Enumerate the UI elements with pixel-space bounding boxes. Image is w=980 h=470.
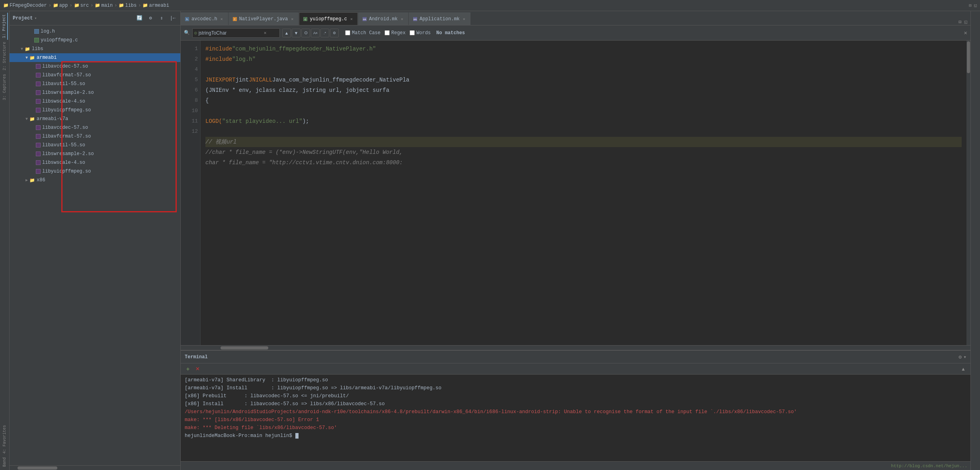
search-find-btn[interactable]: ⊙ [301, 29, 310, 37]
search-word-btn[interactable]: ⚙ [330, 29, 339, 37]
tree-item-libavutil1[interactable]: libavutil-55.so [10, 80, 180, 88]
folder-icon-libs: 📁 [25, 47, 30, 52]
tree-label-logh: log.h [41, 29, 55, 34]
settings-btn[interactable]: ⚙ [146, 14, 155, 23]
tab-avcodec[interactable]: h avcodec.h ✕ [181, 12, 228, 25]
tab-captures[interactable]: 3: Captures [2, 72, 8, 102]
tab-close-androidmk[interactable]: ✕ [400, 16, 404, 22]
tab-close-nativeplayer[interactable]: ✕ [290, 16, 294, 22]
tab-close-applicationmk[interactable]: ✕ [462, 16, 466, 22]
regex-option[interactable]: Regex [385, 30, 406, 36]
tab-close-avcodec[interactable]: ✕ [220, 16, 224, 22]
tree-label-armeabi-v7a: armeabi-v7a [37, 116, 68, 122]
search-close-btn[interactable]: ✕ [964, 29, 967, 36]
match-case-option[interactable]: Match Case [345, 30, 381, 36]
code-line-10: // 视频url [205, 137, 962, 147]
tree-item-armeabi-v7a[interactable]: ▼ 📁 armeabi-v7a [10, 115, 180, 123]
search-prefix-icon: ◎ [194, 30, 197, 35]
breadcrumb-src[interactable]: src [80, 3, 89, 8]
regex-checkbox[interactable] [385, 30, 390, 35]
so-icon-1 [36, 64, 41, 69]
tab-label-androidmk: Android.mk [369, 16, 398, 22]
breadcrumb-armeabi[interactable]: armeabi [149, 3, 169, 8]
terminal-title: Terminal [185, 354, 955, 360]
tab-favorites[interactable]: 4: Favorites [2, 423, 8, 455]
code-line-6: { [205, 95, 962, 106]
words-checkbox[interactable] [410, 30, 415, 35]
search-options-btn[interactable]: Aa [311, 29, 320, 37]
code-content[interactable]: #include "com_hejunlin_ffmpegdecoder_Nat… [201, 41, 966, 345]
tab-project[interactable]: 1: Project [1, 13, 8, 40]
tab-androidmk[interactable]: mk Android.mk ✕ [358, 12, 408, 25]
tab-close-yuiopffmpeg[interactable]: ✕ [349, 16, 353, 22]
terminal-close-btn[interactable]: ✕ [193, 365, 201, 373]
terminal-up-btn[interactable]: ▲ [959, 365, 967, 373]
tree-item-libs[interactable]: ▼ 📁 libs [10, 45, 180, 53]
tree-item-libavcodec1[interactable]: libavcodec-57.so [10, 62, 180, 71]
words-option[interactable]: Words [410, 30, 431, 36]
line-numbers: 1 2 4 5 6 8 10 11 12 [181, 41, 201, 345]
tree-item-libavformat2[interactable]: libavformat-57.so [10, 132, 180, 141]
tab-band[interactable]: Band [2, 456, 8, 468]
search-regex-icon-btn[interactable]: .* [320, 29, 329, 37]
tree-item-libyuiop1[interactable]: libyuiopffmpeg.so [10, 106, 180, 115]
breadcrumb-libs[interactable]: libs [125, 3, 137, 8]
tab-label-applicationmk: Application.mk [420, 16, 460, 22]
tree-item-libavcodec2[interactable]: libavcodec-57.so [10, 123, 180, 132]
editor-hscroll-thumb[interactable] [221, 346, 268, 350]
tab-nativeplayer[interactable]: C NativePlayer.java ✕ [228, 12, 299, 25]
project-dropdown[interactable]: Project ▾ [13, 16, 133, 21]
tab-label-yuiopffmpeg: yuiopffmpeg.c [310, 16, 347, 22]
left-tool-strip: 1: Project 2: Structure 3: Captures 4: F… [0, 11, 10, 470]
code-line-5: (JNIEnv * env, jclass clazz, jstring url… [205, 85, 962, 95]
editor-hscroll[interactable] [181, 345, 970, 350]
breadcrumb-ffmpegdecoder[interactable]: FFmpegDecoder [10, 3, 47, 8]
tab-applicationmk[interactable]: mk Application.mk ✕ [409, 12, 470, 25]
tree-item-yuiopffmpeg-c[interactable]: yuiopffmpeg.c [10, 36, 180, 45]
search-clear-btn[interactable]: ✕ [264, 30, 267, 35]
tree-label-yuiopffmpeg: yuiopffmpeg.c [41, 37, 78, 43]
tree-item-libavutil2[interactable]: libavutil-55.so [10, 141, 180, 150]
tree-item-libavformat1[interactable]: libavformat-57.so [10, 71, 180, 80]
terminal-line-4: [x86] Install : libavcodec-57.so => libs… [185, 400, 966, 408]
code-line-8: LOGD("start playvideo... url"); [205, 116, 962, 126]
terminal-line-3: [x86] Prebuilt : libavcodec-57.so <= jni… [185, 392, 966, 400]
tree-item-x86[interactable]: ▶ 📁 x86 [10, 176, 180, 185]
editor-vscrollbar[interactable] [966, 41, 970, 345]
terminal-add-btn[interactable]: + [184, 365, 192, 373]
tab-yuiopffmpeg[interactable]: c yuiopffmpeg.c ✕ [299, 12, 358, 25]
folder-icon-armeabi: 📁 [143, 3, 148, 8]
terminal-content: [armeabi-v7a] SharedLibrary : libyuiopff… [181, 375, 970, 461]
tree-label-libswscale1: libswscale-4.so [42, 99, 85, 104]
tree-item-libyuiop2[interactable]: libyuiopffmpeg.so [10, 167, 180, 176]
collapse-btn[interactable]: |← [168, 14, 177, 23]
terminal-panel: Terminal ⚙ ▾ + ✕ ▲ [armeabi-v7a] SharedL… [181, 350, 970, 461]
folder-icon-armeabi-v7a: 📁 [29, 117, 35, 122]
tab-structure[interactable]: 2: Structure [2, 40, 8, 72]
tree-item-libswscale1[interactable]: libswscale-4.so [10, 97, 180, 106]
regex-label: Regex [391, 30, 406, 36]
sidebar-hscroll[interactable] [10, 465, 180, 470]
search-next-btn[interactable]: ▼ [292, 29, 301, 37]
tab-overflow-btn[interactable]: ⊟ ◱ [959, 19, 967, 25]
editor-vscroll-thumb[interactable] [967, 41, 970, 73]
tree-item-libswscale2[interactable]: libswscale-4.so [10, 158, 180, 167]
so-icon-9 [36, 143, 41, 148]
terminal-settings-btn[interactable]: ▾ [963, 354, 966, 360]
sidebar-hscroll-thumb[interactable] [18, 466, 57, 470]
search-input[interactable]: jstringToChar [199, 30, 262, 36]
breadcrumb-app[interactable]: app [59, 3, 68, 8]
tree-item-libswresample2[interactable]: libswresample-2.so [10, 150, 180, 158]
tree-item-logh[interactable]: log.h [10, 27, 180, 36]
breadcrumb-main[interactable]: main [101, 3, 113, 8]
terminal-line-1: [armeabi-v7a] SharedLibrary : libyuiopff… [185, 376, 966, 384]
tree-label-libswscale2: libswscale-4.so [42, 160, 85, 165]
tree-label-libavformat2: libavformat-57.so [42, 134, 91, 139]
sync-btn[interactable]: 🔄 [135, 14, 144, 23]
match-case-checkbox[interactable] [345, 30, 350, 35]
search-prev-btn[interactable]: ▲ [282, 29, 291, 37]
tree-item-armeabi[interactable]: ▼ 📁 armeabi [10, 53, 180, 62]
terminal-gear-btn[interactable]: ⚙ [959, 354, 962, 360]
expand-all-btn[interactable]: ⇕ [157, 14, 166, 23]
tree-item-libswresample1[interactable]: libswresample-2.so [10, 88, 180, 97]
